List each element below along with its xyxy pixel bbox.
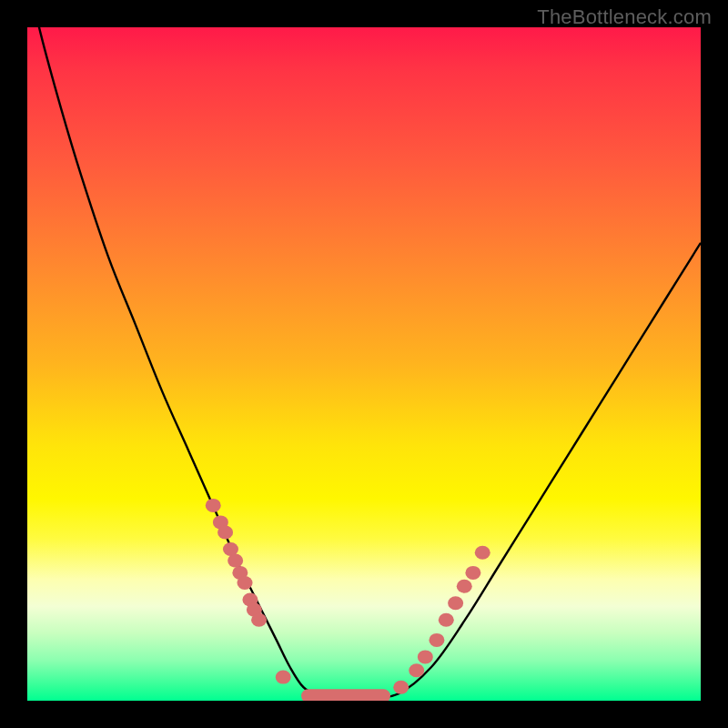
marker-right — [409, 663, 424, 677]
marker-right — [393, 681, 409, 694]
marker-left — [206, 499, 221, 512]
chart-frame: TheBottleneck.com — [0, 0, 728, 728]
marker-right — [475, 546, 490, 560]
marker-right — [418, 650, 433, 663]
marker-left — [217, 526, 233, 540]
marker-right — [465, 566, 480, 580]
marker-left — [238, 576, 253, 590]
marker-right — [439, 613, 454, 627]
marker-left — [228, 554, 243, 568]
bottleneck-curve — [27, 27, 701, 698]
marker-right — [448, 596, 463, 610]
plot-area — [27, 27, 701, 701]
marker-right — [429, 633, 444, 647]
marker-left — [276, 671, 291, 684]
watermark-text: TheBottleneck.com — [537, 5, 712, 29]
marker-bottom-bar — [301, 689, 390, 701]
marker-left — [251, 613, 267, 627]
marker-right — [457, 580, 472, 593]
curve-layer — [27, 27, 701, 701]
